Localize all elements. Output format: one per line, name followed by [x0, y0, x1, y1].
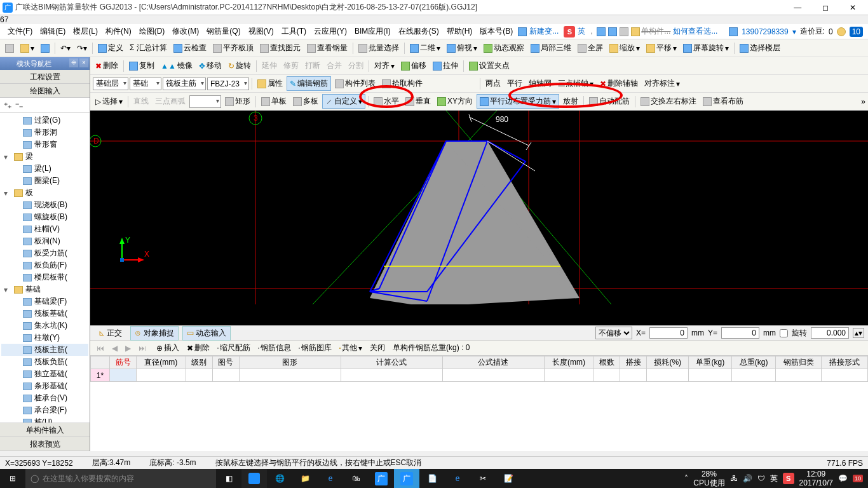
col-shape[interactable]: 图形: [239, 356, 341, 369]
col-grade[interactable]: 级别: [186, 356, 212, 369]
tree-node[interactable]: 带形窗: [1, 139, 88, 151]
tree-node[interactable]: 现浇板(B): [1, 199, 88, 211]
app-store-icon[interactable]: 🛍: [343, 469, 369, 488]
delete-button[interactable]: ✖删除: [93, 59, 121, 72]
level-combo[interactable]: 基础层: [93, 78, 128, 90]
rotate-input[interactable]: [811, 327, 849, 339]
tree-node[interactable]: ▾梁: [1, 151, 88, 163]
save-icon[interactable]: [38, 43, 52, 54]
hint-link[interactable]: 如何查看选...: [670, 25, 720, 38]
menu-help[interactable]: 帮助(H): [444, 25, 475, 38]
tree-node[interactable]: 筏板负筋(: [1, 356, 88, 368]
align-button[interactable]: 对齐▾: [372, 59, 397, 72]
tray-up-icon[interactable]: ˄: [684, 474, 688, 483]
tree-node[interactable]: ▾基础: [1, 283, 88, 295]
sidebar-close-icon[interactable]: ×: [79, 58, 88, 67]
rotate-checkbox[interactable]: [780, 329, 788, 337]
arc-button[interactable]: 三点画弧: [153, 95, 188, 108]
grid-next-icon[interactable]: ▶: [123, 342, 133, 354]
view-rebar-button[interactable]: 查看钢量: [304, 41, 350, 55]
copy-button[interactable]: 复制: [126, 59, 157, 72]
single-slab-button[interactable]: 单板: [259, 95, 289, 108]
orbit-button[interactable]: 动态观察: [481, 41, 527, 55]
three-point-aux-button[interactable]: 三点辅轴▾: [555, 77, 596, 90]
select-button[interactable]: ▷选择▾: [93, 95, 125, 108]
two-point-button[interactable]: 两点: [483, 77, 503, 90]
drawing-canvas[interactable]: 980 3 D Y X: [90, 111, 868, 325]
batch-select-button[interactable]: 批量选择: [356, 41, 402, 55]
col-count[interactable]: 根数: [593, 356, 620, 369]
tree-node[interactable]: 楼层板带(: [1, 271, 88, 283]
app-explorer-icon[interactable]: 📁: [292, 469, 318, 488]
col-total-weight[interactable]: 总重(kg): [732, 356, 775, 369]
tray-notifications[interactable]: 💬: [838, 474, 848, 483]
pick-component-button[interactable]: 拾取构件: [379, 77, 425, 90]
extend-button[interactable]: 延伸: [259, 59, 280, 72]
select-floor-button[interactable]: 选择楼层: [737, 41, 783, 55]
cpu-meter[interactable]: 28% CPU使用: [693, 470, 724, 487]
grid-delete-button[interactable]: ✖ 删除: [184, 341, 212, 355]
cloud-check-button[interactable]: 云检查: [171, 41, 209, 55]
tree-node[interactable]: 圈梁(E): [1, 175, 88, 187]
grid-last-icon[interactable]: ⏭: [136, 342, 149, 354]
fullscreen-button[interactable]: 全屏: [575, 41, 606, 55]
parallel-edge-rebar-button[interactable]: 平行边布置受力筋▾: [477, 94, 559, 109]
col-category[interactable]: 钢筋归类: [775, 356, 822, 369]
tray-shield-icon[interactable]: 🛡: [757, 474, 765, 483]
trim-button[interactable]: 修剪: [281, 59, 301, 72]
app-snip-icon[interactable]: ✂: [470, 469, 496, 488]
col-formula-desc[interactable]: 公式描述: [442, 356, 544, 369]
y-input[interactable]: [721, 327, 759, 339]
tree-node[interactable]: 带形洞: [1, 126, 88, 139]
grid-first-icon[interactable]: ⏮: [94, 342, 107, 354]
sidebar-panel-single[interactable]: 单构件输入: [0, 423, 90, 437]
tree-node[interactable]: 螺旋板(B): [1, 211, 88, 223]
rect-button[interactable]: 矩形: [222, 95, 253, 108]
keyboard-icon[interactable]: [597, 27, 606, 36]
col-length[interactable]: 长度(mm): [544, 356, 593, 369]
break-button[interactable]: 打断: [302, 59, 323, 72]
menu-tool[interactable]: 工具(T): [279, 25, 309, 38]
menu-draw[interactable]: 绘图(D): [137, 25, 168, 38]
grid-rebar-lib-button[interactable]: 钢筋图库: [296, 341, 334, 355]
edit-rebar-button[interactable]: ✎编辑钢筋: [287, 76, 331, 91]
tray-network-icon[interactable]: 🖧: [730, 474, 738, 483]
snap-toggle[interactable]: ⊙ 对象捕捉: [130, 326, 178, 341]
custom-button[interactable]: ⟋自定义▾: [322, 94, 365, 109]
view-rebar-layout-button[interactable]: 查看布筋: [700, 95, 746, 108]
linetype-combo[interactable]: [189, 95, 221, 108]
2d-button[interactable]: 二维▾: [407, 41, 443, 55]
app-pdf-icon[interactable]: 📄: [419, 469, 445, 488]
sidebar-pin-icon[interactable]: ⁜: [69, 58, 78, 67]
component-tree[interactable]: 过梁(G)带形洞带形窗▾梁梁(L)圈梁(E)▾板现浇板(B)螺旋板(B)柱帽(V…: [0, 113, 90, 423]
menu-view[interactable]: 视图(V): [246, 25, 276, 38]
multi-slab-button[interactable]: 多板: [290, 95, 321, 108]
rotate-button[interactable]: ↻旋转: [226, 59, 254, 72]
grip-button[interactable]: 设置夹点: [466, 59, 512, 72]
tray-date[interactable]: 2017/10/7: [799, 478, 833, 487]
align-dim-button[interactable]: 对齐标注▾: [642, 77, 682, 90]
pan-button[interactable]: 平移▾: [644, 41, 679, 55]
axis-button[interactable]: 轴轴网: [526, 77, 554, 90]
sogou-ime-icon[interactable]: S: [564, 26, 575, 37]
col-lap-type[interactable]: 搭接形式: [822, 356, 868, 369]
new-file-icon[interactable]: [3, 43, 17, 54]
emoji-icon[interactable]: [608, 27, 617, 36]
col-unit-weight[interactable]: 单重(kg): [689, 356, 732, 369]
grid-insert-button[interactable]: ⊕ 插入: [154, 341, 182, 355]
menu-file[interactable]: 文件(F): [5, 25, 35, 38]
taskbar-search[interactable]: ◯ 在这里输入你要搜索的内容: [25, 469, 216, 488]
rotate-spin[interactable]: ▴▾: [853, 328, 864, 338]
menu-online[interactable]: 在线服务(S): [396, 25, 442, 38]
tree-node[interactable]: 桩承台(V): [1, 392, 88, 404]
grid-prev-icon[interactable]: ◀: [109, 342, 120, 354]
sidebar-collapse-icon[interactable]: ⁻₋: [15, 101, 23, 110]
parallel-button[interactable]: 平行: [505, 77, 525, 90]
tree-node[interactable]: 基础梁(F): [1, 295, 88, 308]
new-button[interactable]: 新建变...: [527, 25, 561, 38]
tree-node[interactable]: 板负筋(F): [1, 259, 88, 271]
tray-sogou-icon[interactable]: S: [783, 473, 794, 484]
ortho-toggle[interactable]: ⊾ 正交: [94, 326, 126, 341]
menu-cloud[interactable]: 云应用(Y): [311, 25, 349, 38]
tree-node[interactable]: 柱帽(V): [1, 223, 88, 235]
